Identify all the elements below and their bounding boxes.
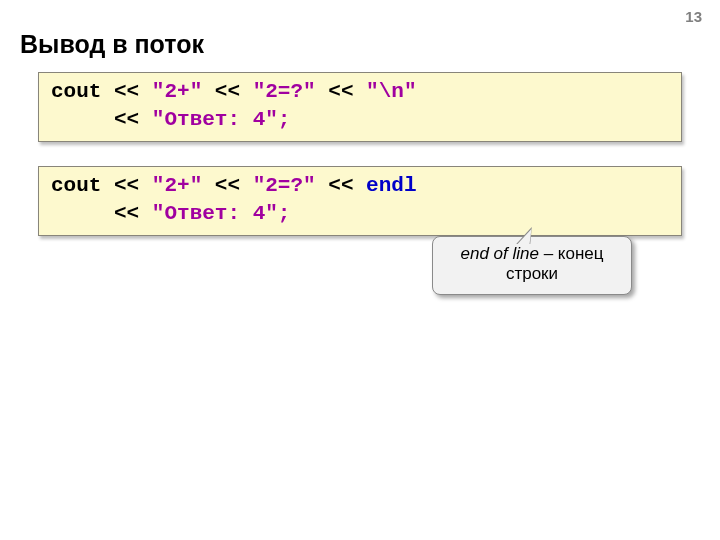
token-op: << bbox=[215, 174, 253, 197]
token-endl: endl bbox=[366, 174, 416, 197]
token-string: "Ответ: 4" bbox=[152, 202, 278, 225]
token-op: << bbox=[215, 80, 253, 103]
callout-text: строки bbox=[506, 264, 558, 283]
token-string: "Ответ: 4" bbox=[152, 108, 278, 131]
token-cout: cout bbox=[51, 80, 114, 103]
token-cout: cout bbox=[51, 174, 114, 197]
token-string: "2+" bbox=[152, 174, 215, 197]
token-semi: ; bbox=[278, 202, 291, 225]
token-string: "2+" bbox=[152, 80, 215, 103]
code-line: cout << "2+" << "2=?" << "\n" bbox=[51, 78, 669, 106]
code-line: << "Ответ: 4"; bbox=[51, 200, 669, 228]
callout-italic: end of line bbox=[460, 244, 538, 263]
token-indent bbox=[51, 202, 114, 225]
token-op: << bbox=[114, 80, 152, 103]
token-string: "2=?" bbox=[253, 174, 329, 197]
code-line: cout << "2+" << "2=?" << endl bbox=[51, 172, 669, 200]
token-string: "2=?" bbox=[253, 80, 329, 103]
code-line: << "Ответ: 4"; bbox=[51, 106, 669, 134]
token-op: << bbox=[114, 108, 152, 131]
token-indent bbox=[51, 108, 114, 131]
code-block-1: cout << "2+" << "2=?" << "\n" << "Ответ:… bbox=[38, 72, 682, 142]
token-op: << bbox=[114, 174, 152, 197]
page-number: 13 bbox=[685, 8, 702, 25]
token-op: << bbox=[328, 174, 366, 197]
token-string: "\n" bbox=[366, 80, 416, 103]
code-block-2: cout << "2+" << "2=?" << endl << "Ответ:… bbox=[38, 166, 682, 236]
callout-endl: end of line – конец строки bbox=[432, 236, 632, 295]
token-semi: ; bbox=[278, 108, 291, 131]
token-op: << bbox=[114, 202, 152, 225]
token-op: << bbox=[328, 80, 366, 103]
callout-text: – конец bbox=[539, 244, 604, 263]
slide-title: Вывод в поток bbox=[20, 30, 204, 59]
